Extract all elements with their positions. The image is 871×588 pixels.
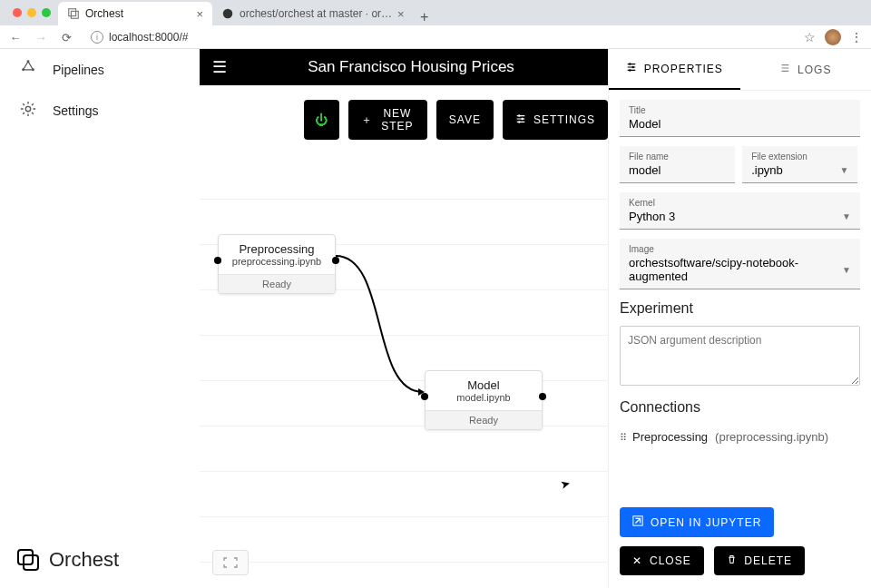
site-info-icon[interactable]: i [91, 31, 103, 44]
pipeline-node-model[interactable]: Model model.ipynb Ready [425, 370, 543, 430]
sidebar-item-settings[interactable]: Settings [0, 90, 200, 131]
file-extension-field[interactable]: File extension .ipynb▼ [742, 146, 857, 183]
orchest-logo-icon [16, 548, 40, 572]
node-output-port[interactable] [539, 393, 546, 400]
bookmark-icon[interactable]: ☆ [804, 30, 816, 44]
connection-item[interactable]: ⠿ Preprocessing (preprocessing.ipynb) [620, 425, 860, 449]
sidebar-item-label: Pipelines [53, 63, 104, 77]
favicon-icon [67, 7, 80, 20]
page-title: San Francisco Housing Prices [227, 58, 595, 76]
panel-tabs: PROPERTIES LOGS [609, 49, 871, 91]
svg-point-2 [223, 9, 233, 19]
svg-rect-8 [24, 555, 38, 570]
connections-heading: Connections [620, 399, 860, 416]
tab-title: Orchest [85, 7, 123, 20]
favicon-github-icon [221, 7, 234, 20]
browser-tab-active[interactable]: Orchest × [58, 2, 212, 25]
svg-point-13 [631, 66, 633, 68]
delete-button[interactable]: DELETE [714, 546, 805, 575]
settings-button[interactable]: SETTINGS [503, 100, 608, 140]
node-title: Preprocessing [219, 235, 335, 256]
main: ☰ San Francisco Housing Prices ⏻ ＋ NEW S… [200, 49, 608, 588]
field-label: File extension [751, 152, 848, 162]
sidebar: Pipelines Settings Orchest [0, 49, 200, 588]
url-text: localhost:8000/# [109, 31, 188, 44]
svg-point-11 [518, 121, 520, 122]
window-controls [5, 0, 58, 25]
field-value: Model [629, 115, 851, 131]
field-label: Image [629, 244, 851, 254]
close-tab-icon[interactable]: × [196, 7, 203, 21]
node-title: Model [426, 371, 542, 392]
svg-point-10 [521, 117, 523, 119]
new-tab-button[interactable]: + [414, 9, 436, 25]
tab-properties[interactable]: PROPERTIES [609, 49, 740, 90]
tune-icon [626, 62, 637, 75]
close-icon: ✕ [632, 554, 642, 567]
sidebar-item-pipelines[interactable]: Pipelines [0, 49, 200, 90]
node-input-port[interactable] [214, 257, 221, 264]
profile-avatar[interactable] [825, 29, 841, 45]
button-label: NEW STEP [380, 107, 415, 132]
pipeline-node-preprocessing[interactable]: Preprocessing preprocessing.ipynb Ready [218, 234, 336, 294]
brand: Orchest [0, 532, 200, 588]
image-field[interactable]: Image orchestsoftware/scipy-notebook-aug… [620, 239, 860, 289]
sidebar-item-label: Settings [53, 103, 99, 118]
chevron-down-icon: ▼ [842, 211, 851, 221]
minimize-window-icon[interactable] [27, 8, 36, 17]
back-button[interactable]: ← [7, 29, 24, 45]
open-in-jupyter-button[interactable]: OPEN IN JUPYTER [620, 507, 774, 537]
experiment-heading: Experiment [620, 300, 860, 317]
svg-point-4 [22, 68, 24, 71]
address-bar: ← → ⟳ i localhost:8000/# ☆ ⋮ [0, 25, 871, 49]
pipeline-edge [334, 252, 434, 397]
close-window-icon[interactable] [13, 8, 22, 17]
pipeline-canvas[interactable]: Preprocessing preprocessing.ipynb Ready … [200, 154, 608, 588]
svg-point-3 [27, 60, 30, 63]
forward-button[interactable]: → [33, 29, 49, 45]
mouse-cursor: ➤ [559, 476, 573, 492]
node-status: Ready [219, 274, 335, 293]
gear-icon [20, 101, 36, 120]
chevron-down-icon: ▼ [839, 165, 848, 175]
browser-tab-inactive[interactable]: orchest/orchest at master · or… × [212, 2, 414, 25]
svg-point-6 [25, 106, 30, 111]
field-label: File name [629, 152, 726, 162]
trash-icon [727, 554, 737, 567]
tab-logs[interactable]: LOGS [740, 49, 872, 90]
plus-icon: ＋ [361, 113, 373, 128]
field-value: Python 3▼ [629, 208, 851, 223]
close-tab-icon[interactable]: × [397, 7, 405, 21]
svg-rect-0 [69, 9, 76, 16]
maximize-window-icon[interactable] [42, 8, 51, 17]
node-file: preprocessing.ipynb [219, 256, 335, 274]
button-label: DELETE [744, 554, 792, 567]
svg-rect-7 [18, 550, 33, 564]
tab-bar: Orchest × orchest/orchest at master · or… [0, 0, 871, 25]
new-step-button[interactable]: ＋ NEW STEP [348, 100, 427, 140]
field-label: Title [629, 105, 851, 115]
run-button[interactable]: ⏻ [304, 100, 339, 140]
drag-handle-icon[interactable]: ⠿ [620, 435, 625, 440]
connection-file: (preprocessing.ipynb) [715, 430, 828, 444]
tab-title: orchest/orchest at master · or… [240, 7, 392, 20]
pipelines-icon [20, 60, 36, 79]
fullscreen-button[interactable] [212, 550, 249, 575]
experiment-textarea[interactable] [620, 326, 860, 386]
browser-menu-icon[interactable]: ⋮ [850, 30, 864, 44]
svg-point-5 [32, 68, 34, 71]
close-button[interactable]: ✕ CLOSE [620, 546, 704, 575]
node-output-port[interactable] [332, 257, 339, 264]
save-button[interactable]: SAVE [436, 100, 494, 140]
url-field[interactable]: i localhost:8000/# [83, 29, 195, 45]
kernel-field[interactable]: Kernel Python 3▼ [620, 192, 860, 230]
brand-text: Orchest [49, 548, 119, 572]
properties-panel: PROPERTIES LOGS Title Model File name mo… [608, 49, 871, 588]
launch-icon [632, 515, 643, 529]
title-field[interactable]: Title Model [620, 100, 860, 137]
reload-button[interactable]: ⟳ [58, 29, 74, 45]
hamburger-icon[interactable]: ☰ [212, 57, 227, 77]
node-input-port[interactable] [421, 393, 428, 400]
filename-field[interactable]: File name model [620, 146, 735, 183]
field-value: orchestsoftware/scipy-notebook-augmented… [629, 254, 851, 283]
